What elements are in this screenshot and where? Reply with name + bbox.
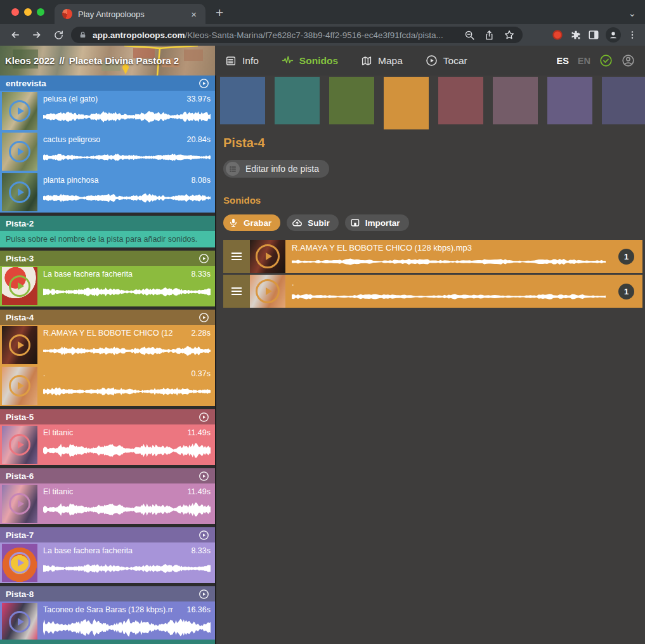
extensions-puzzle-icon[interactable]	[570, 29, 582, 41]
sound-thumbnail[interactable]	[250, 240, 285, 273]
play-icon[interactable]	[9, 375, 30, 397]
track-header-pista-5[interactable]: Pista-5	[0, 409, 215, 424]
track-header-pista-8[interactable]: Pista-8	[0, 586, 215, 601]
sound-row[interactable]: El titanic11.49s	[0, 483, 215, 524]
sound-name[interactable]: .	[292, 278, 294, 287]
waveform[interactable]	[43, 341, 211, 361]
play-icon[interactable]	[9, 275, 30, 297]
track-tab-5[interactable]	[438, 77, 483, 124]
forward-button[interactable]	[28, 26, 46, 44]
track-header-pista-3[interactable]: Pista-3	[0, 251, 215, 266]
sound-row[interactable]: El titanic11.49s	[0, 424, 215, 465]
side-panel-icon[interactable]	[588, 29, 599, 41]
sound-thumbnail[interactable]	[2, 426, 37, 464]
sound-row[interactable]: pelusa (el gato)33.97s	[0, 91, 215, 131]
sound-thumbnail[interactable]	[250, 275, 285, 308]
sound-thumbnail[interactable]	[2, 267, 37, 305]
play-icon[interactable]	[256, 279, 280, 303]
play-icon[interactable]	[9, 334, 30, 356]
sound-thumbnail[interactable]	[2, 173, 37, 211]
play-icon[interactable]	[9, 181, 30, 203]
sound-name[interactable]: .	[43, 369, 45, 378]
breadcrumb-project[interactable]: Kleos 2022	[5, 55, 55, 66]
account-icon[interactable]	[622, 54, 635, 67]
tab-search-chevron-icon[interactable]: ⌄	[628, 8, 636, 19]
waveform[interactable]	[43, 617, 211, 638]
nav-tab-info[interactable]: Info	[225, 55, 259, 67]
sound-row[interactable]: cactus peligroso20.84s	[0, 131, 215, 172]
address-bar[interactable]: app.antropoloops.com/Kleos-Santa-Marina/…	[71, 27, 523, 43]
waveform[interactable]	[43, 188, 211, 208]
sound-row[interactable]: La base fachera facherita8.33s	[0, 542, 215, 583]
track-tab-1[interactable]	[220, 77, 265, 124]
back-button[interactable]	[6, 26, 24, 44]
edit-track-info-button[interactable]: Editar info de pista	[223, 160, 329, 178]
language-en-button[interactable]: EN	[578, 56, 590, 66]
sound-row[interactable]: R.AMAYA Y EL BOBOTE CHICO (128 kbps)....…	[0, 325, 215, 365]
waveform[interactable]	[43, 381, 211, 402]
play-icon[interactable]	[9, 611, 30, 633]
track-header-pista-2[interactable]: Pista-2	[0, 216, 215, 231]
track-header-pista-6[interactable]: Pista-6	[0, 468, 215, 483]
window-zoom-button[interactable]	[37, 8, 44, 16]
play-icon[interactable]	[9, 141, 30, 162]
language-es-button[interactable]: ES	[557, 56, 569, 66]
sound-name[interactable]: pelusa (el gato)	[43, 95, 98, 103]
track-tab-8[interactable]	[602, 77, 645, 124]
import-button[interactable]: Importar	[345, 214, 409, 231]
sound-thumbnail[interactable]	[2, 326, 37, 364]
waveform[interactable]	[43, 107, 211, 127]
waveform[interactable]	[43, 499, 211, 520]
sound-name[interactable]: planta pinchosa	[43, 176, 99, 185]
drag-handle[interactable]	[223, 240, 250, 273]
browser-profile-avatar[interactable]	[606, 27, 621, 43]
track-tab-3[interactable]	[329, 77, 374, 124]
track-play-icon[interactable]	[199, 78, 209, 89]
sound-name[interactable]: El titanic	[43, 487, 73, 496]
waveform[interactable]	[43, 558, 211, 579]
track-play-icon[interactable]	[199, 471, 209, 482]
track-play-icon[interactable]	[199, 312, 209, 323]
nav-tab-tocar[interactable]: Tocar	[426, 55, 467, 67]
track-header-pista-4[interactable]: Pista-4	[0, 310, 215, 325]
record-extension-icon[interactable]	[551, 29, 564, 41]
browser-menu-kebab-icon[interactable]	[627, 30, 637, 40]
sound-name[interactable]: R.AMAYA Y EL BOBOTE CHICO (128 kbps)....	[43, 329, 173, 338]
sound-row[interactable]: .0.37s	[0, 365, 215, 406]
sound-name[interactable]: La base fachera facherita	[43, 270, 133, 279]
reload-button[interactable]	[49, 26, 67, 44]
record-button[interactable]: Grabar	[223, 214, 280, 231]
waveform[interactable]	[292, 256, 606, 268]
map-breadcrumb[interactable]: Kleos 2022 // Placeta Divina Pastora 2	[0, 46, 215, 76]
track-play-icon[interactable]	[199, 589, 209, 600]
play-icon[interactable]	[9, 434, 30, 456]
sound-name[interactable]: R.AMAYA Y EL BOBOTE CHICO (128 kbps).mp3	[292, 243, 472, 253]
upload-button[interactable]: Subir	[287, 214, 339, 231]
track-tab-2[interactable]	[275, 77, 320, 124]
tab-close-icon[interactable]: ×	[188, 8, 199, 20]
sound-name[interactable]: El titanic	[43, 428, 73, 437]
play-icon[interactable]	[256, 244, 280, 268]
sound-thumbnail[interactable]	[2, 133, 37, 171]
zoom-out-icon[interactable]	[464, 30, 475, 41]
sound-name[interactable]: cactus peligroso	[43, 135, 100, 144]
track-tab-7[interactable]	[547, 77, 592, 124]
sound-list-row[interactable]: . 1	[223, 275, 642, 308]
track-header-pista-7[interactable]: Pista-7	[0, 527, 215, 542]
new-tab-button[interactable]: +	[205, 5, 223, 24]
sound-thumbnail[interactable]	[2, 485, 37, 523]
waveform[interactable]	[43, 147, 211, 168]
share-icon[interactable]	[484, 30, 495, 41]
waveform[interactable]	[292, 291, 606, 303]
window-minimize-button[interactable]	[24, 8, 32, 16]
sound-row[interactable]: La base fachera facherita8.33s	[0, 266, 215, 306]
track-play-icon[interactable]	[199, 530, 209, 541]
browser-tab[interactable]: Play Antropoloops ×	[55, 4, 205, 24]
sound-list-row[interactable]: R.AMAYA Y EL BOBOTE CHICO (128 kbps).mp3…	[223, 240, 642, 273]
sound-row[interactable]: Taconeo de Sara Baras (128 kbps).mp316.3…	[0, 601, 215, 642]
nav-tab-mapa[interactable]: Mapa	[361, 55, 403, 67]
breadcrumb-piece[interactable]: Placeta Divina Pastora 2	[69, 55, 179, 66]
sound-thumbnail[interactable]	[2, 367, 37, 405]
sound-thumbnail[interactable]	[2, 92, 37, 130]
track-header-entrevista[interactable]: entrevista	[0, 76, 215, 91]
